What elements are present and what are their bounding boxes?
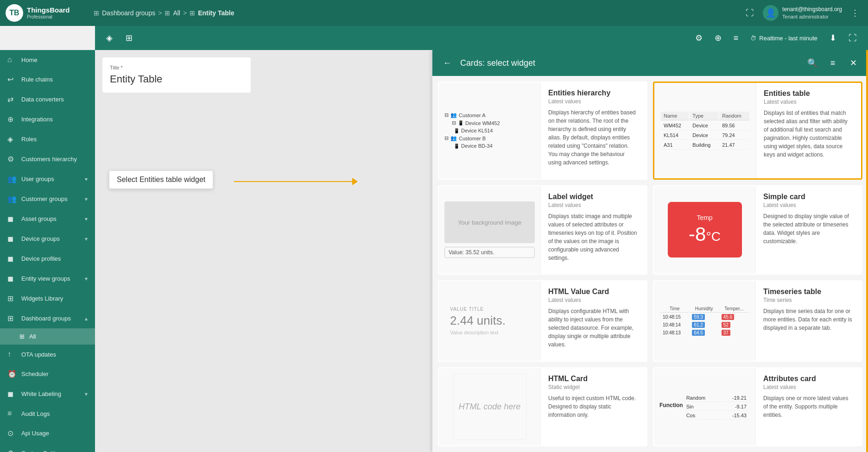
dashboard-area: Title * Entity Table Select Entities tab…	[95, 50, 868, 452]
sidebar-item-white-labeling[interactable]: ◼ White Labeling ▾	[0, 384, 95, 404]
filters-button[interactable]: ≡	[730, 31, 742, 46]
panel-header: ← Cards: select widget 🔍 ≡ ✕	[432, 50, 868, 76]
dashboard-groups-icon: ⊞	[7, 314, 17, 323]
widget-preview-html-value: VALUE TITLE 2.44 units. Value descriptio…	[439, 281, 541, 361]
entity-alias-button[interactable]: ⊕	[711, 30, 725, 46]
filter-icon-button[interactable]: ≡	[825, 56, 840, 70]
widget-card-simple-card[interactable]: Temp -8 °C Simple card Latest values Des…	[653, 185, 862, 275]
top-navigation: TB ThingsBoard Professional ⊞ Dashboard …	[0, 0, 868, 26]
device-groups-icon: ◼	[7, 234, 17, 243]
sidebar-item-audit-logs[interactable]: ≡ Audit Logs	[0, 404, 95, 423]
back-button[interactable]: ←	[440, 56, 455, 70]
main-content: Title * Entity Table Select Entities tab…	[95, 50, 868, 452]
fullscreen-dashboard-button[interactable]: ⛶	[845, 31, 861, 46]
panel-title: Cards: select widget	[460, 58, 799, 68]
widget-info-simple-card: Simple card Latest values Designed to di…	[756, 186, 862, 274]
user-menu[interactable]: 👤 tenant@thingsboard.org Tenant administ…	[763, 5, 842, 21]
roles-icon: ◈	[7, 135, 17, 144]
white-labeling-icon: ◼	[7, 389, 17, 398]
edit-mode-button[interactable]: ◈	[102, 30, 116, 46]
realtime-button[interactable]: ⏱ Realtime - last minute	[747, 33, 821, 44]
sidebar-item-asset-groups[interactable]: ◼ Asset groups ▾	[0, 209, 95, 229]
widget-card-attributes[interactable]: Function Random-19.21 Sin-9.17 Cos-15.43…	[653, 367, 862, 447]
audit-logs-icon: ≡	[7, 409, 17, 418]
system-settings-icon: ⚙	[7, 449, 17, 452]
sidebar-item-ota-updates[interactable]: ↑ OTA updates	[0, 345, 95, 364]
breadcrumb: ⊞ Dashboard groups > ⊞ All > ⊞ Entity Ta…	[94, 9, 738, 17]
main-layout: ⌂ Home ↩ Rule chains ⇄ Data converters ⊕…	[0, 50, 868, 452]
integrations-icon: ⊕	[7, 115, 17, 124]
settings-button[interactable]: ⚙	[691, 30, 706, 46]
customer-groups-chevron: ▾	[85, 196, 88, 202]
entity-view-groups-chevron: ▾	[85, 276, 88, 282]
widget-card-label[interactable]: Your background image Value: 35.52 units…	[438, 185, 647, 275]
user-groups-chevron: ▾	[85, 176, 88, 182]
data-converters-icon: ⇄	[7, 95, 17, 104]
widget-preview-table: NameTypeRandom WM452Device89.56 KL514Dev…	[654, 83, 756, 178]
widget-preview-simple-card: Temp -8 °C	[654, 186, 756, 274]
widget-info-table: Entities table Latest values Displays li…	[756, 83, 861, 178]
all-icon: ⊞	[19, 333, 25, 340]
widget-preview-hierarchy: ⊟👥Customer A ⊟📱Device WM452 📱Device KL51…	[439, 82, 541, 179]
search-icon-button[interactable]: 🔍	[805, 56, 820, 70]
system-settings-chevron: ▾	[85, 450, 88, 452]
widget-card-html-card[interactable]: HTML code here HTML Card Static widget U…	[438, 367, 647, 447]
api-usage-icon: ⊙	[7, 429, 17, 438]
nav-right: ⛶ 👤 tenant@thingsboard.org Tenant admini…	[742, 5, 862, 21]
close-panel-button[interactable]: ✕	[846, 56, 861, 70]
ota-updates-icon: ↑	[7, 350, 17, 358]
sidebar-item-scheduler[interactable]: ⏰ Scheduler	[0, 364, 95, 384]
widget-selector-panel: ← Cards: select widget 🔍 ≡ ✕ ⊟👥Customer …	[432, 50, 868, 452]
arrow-head	[352, 178, 358, 185]
widget-preview-timeseries: TimeHumidityTemper... 10:48:15 59.3 45.6	[654, 281, 756, 361]
customers-hierarchy-icon: ⚙	[7, 155, 17, 163]
widget-card-timeseries[interactable]: TimeHumidityTemper... 10:48:15 59.3 45.6	[653, 280, 862, 362]
widget-card-entities-hierarchy[interactable]: ⊟👥Customer A ⊟📱Device WM452 📱Device KL51…	[438, 82, 647, 180]
toolbar-right: ⚙ ⊕ ≡ ⏱ Realtime - last minute ⬇ ⛶	[691, 30, 861, 46]
sidebar-item-user-groups[interactable]: 👥 User groups ▾	[0, 169, 95, 189]
sidebar-item-data-converters[interactable]: ⇄ Data converters	[0, 89, 95, 109]
select-entities-tooltip: Select Entities table widget	[109, 170, 213, 189]
sidebar-subitem-all[interactable]: ⊞ All	[0, 328, 95, 345]
device-profiles-icon: ◼	[7, 254, 17, 263]
widget-preview-html-card: HTML code here	[439, 368, 541, 446]
white-labeling-chevron: ▾	[85, 391, 88, 397]
asset-groups-icon: ◼	[7, 214, 17, 223]
sidebar-item-integrations[interactable]: ⊕ Integrations	[0, 109, 95, 129]
sidebar-item-api-usage[interactable]: ⊙ Api Usage	[0, 423, 95, 443]
widget-info-html-card: HTML Card Static widget Useful to inject…	[541, 368, 646, 446]
sidebar-item-widgets-library[interactable]: ⊞ Widgets Library	[0, 289, 95, 308]
logo-icon: TB	[6, 4, 23, 22]
home-icon: ⌂	[7, 56, 17, 64]
dashboard-groups-chevron: ▴	[85, 315, 88, 322]
logo[interactable]: TB ThingsBoard Professional	[6, 4, 89, 22]
widgets-library-icon: ⊞	[7, 294, 17, 303]
download-button[interactable]: ⬇	[826, 30, 840, 46]
sidebar-item-dashboard-groups[interactable]: ⊞ Dashboard groups ▴	[0, 308, 95, 328]
sidebar: ⌂ Home ↩ Rule chains ⇄ Data converters ⊕…	[0, 50, 95, 452]
arrow-line	[234, 181, 355, 182]
widget-title-display: Entity Table	[110, 73, 243, 85]
sidebar-item-rule-chains[interactable]: ↩ Rule chains	[0, 69, 95, 89]
sidebar-item-entity-view-groups[interactable]: ◼ Entity view groups ▾	[0, 269, 95, 289]
widget-card-html-value[interactable]: VALUE TITLE 2.44 units. Value descriptio…	[438, 280, 647, 362]
sidebar-item-home[interactable]: ⌂ Home	[0, 50, 95, 69]
widget-grid: ⊟👥Customer A ⊟📱Device WM452 📱Device KL51…	[432, 76, 868, 452]
sidebar-item-customers-hierarchy[interactable]: ⚙ Customers hierarchy	[0, 149, 95, 169]
widget-card-entities-table[interactable]: NameTypeRandom WM452Device89.56 KL514Dev…	[653, 82, 862, 180]
device-groups-chevron: ▾	[85, 236, 88, 242]
widget-info-html-value: HTML Value Card Latest values Displays c…	[541, 281, 646, 361]
customer-groups-icon: 👥	[7, 195, 17, 203]
sidebar-item-customer-groups[interactable]: 👥 Customer groups ▾	[0, 189, 95, 209]
right-edge-indicator	[866, 50, 868, 452]
view-mode-button[interactable]: ⊞	[122, 30, 136, 46]
widget-info-hierarchy: Entities hierarchy Latest values Display…	[541, 82, 646, 179]
sidebar-item-system-settings[interactable]: ⚙ System Settings ▾	[0, 443, 95, 452]
widget-preview-label: Your background image Value: 35.52 units…	[439, 186, 541, 274]
more-menu-button[interactable]: ⋮	[848, 6, 862, 20]
sidebar-item-device-groups[interactable]: ◼ Device groups ▾	[0, 229, 95, 249]
sidebar-item-roles[interactable]: ◈ Roles	[0, 129, 95, 149]
fullscreen-button[interactable]: ⛶	[742, 6, 757, 20]
sidebar-item-device-profiles[interactable]: ◼ Device profiles	[0, 249, 95, 269]
widget-preview-attributes: Function Random-19.21 Sin-9.17 Cos-15.43	[654, 368, 756, 446]
